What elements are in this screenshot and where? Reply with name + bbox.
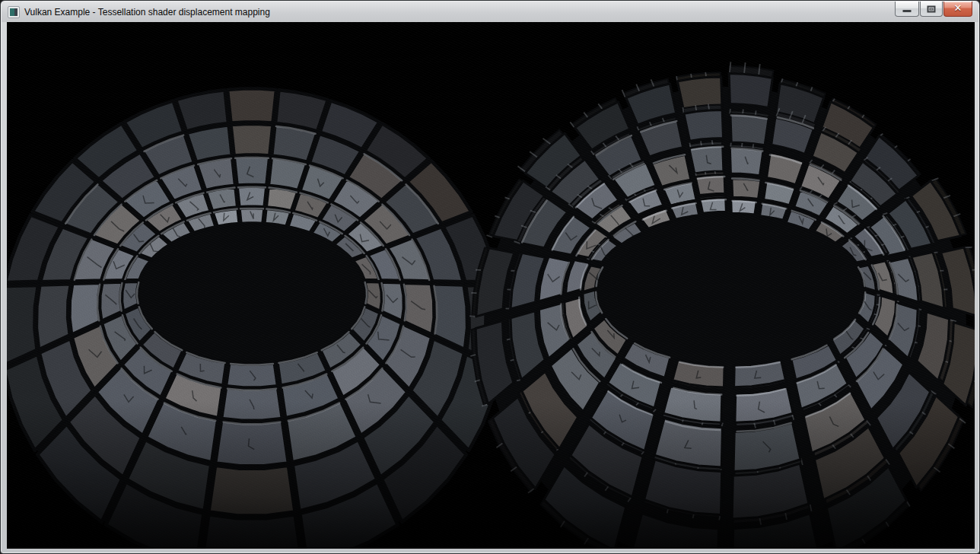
window-title: Vulkan Example - Tessellation shader dis…: [24, 7, 270, 18]
minimize-button[interactable]: [895, 2, 919, 17]
app-window: Vulkan Example - Tessellation shader dis…: [0, 0, 980, 554]
maximize-button[interactable]: [920, 2, 943, 17]
torus-right-displacement: [469, 62, 975, 549]
render-viewport[interactable]: [7, 22, 975, 549]
close-icon: ✕: [944, 2, 972, 14]
window-controls: ✕: [894, 2, 972, 17]
app-icon: [8, 6, 20, 18]
torus-left-no-displacement: [7, 89, 503, 549]
minimize-icon: [903, 10, 912, 12]
close-button[interactable]: ✕: [943, 2, 972, 17]
restore-icon: [928, 5, 936, 12]
tessellation-render: [7, 22, 975, 549]
window-titlebar[interactable]: Vulkan Example - Tessellation shader dis…: [2, 2, 978, 22]
